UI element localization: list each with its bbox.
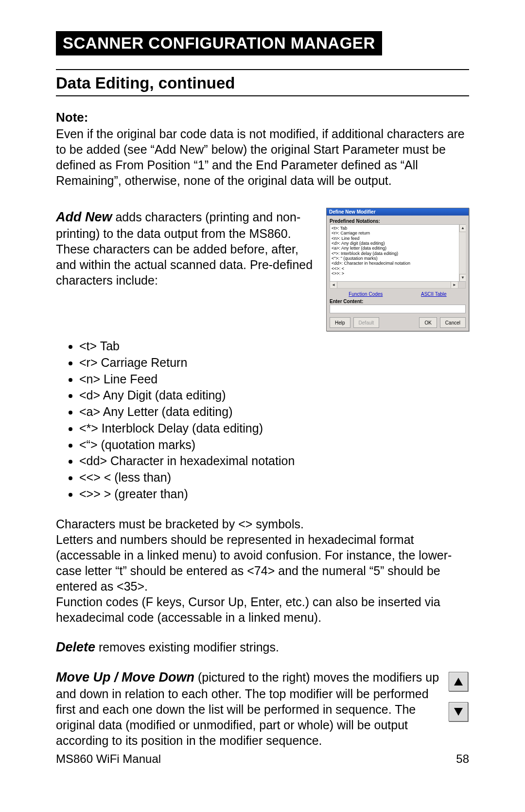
note-label: Note:: [56, 110, 469, 125]
list-item: <t> Tab: [79, 338, 469, 355]
chars-para3: Function codes (F keys, Cursor Up, Enter…: [56, 595, 440, 624]
list-item: <*> Interblock Delay (data editing): [79, 420, 469, 437]
scroll-left-icon[interactable]: ◄: [330, 282, 337, 288]
notation-line: <*>: Interblock delay (data editing): [332, 251, 464, 256]
list-item: <“> (quotation marks): [79, 437, 469, 453]
add-new-lead: Add New: [56, 210, 112, 224]
enter-content-input[interactable]: [330, 305, 466, 313]
chars-para2: Letters and numbers should be represente…: [56, 533, 452, 593]
delete-desc: removes existing modifier strings.: [95, 640, 279, 654]
notation-line: <t>: Tab: [332, 226, 464, 231]
notation-line: <">: " (quotation marks): [332, 256, 464, 261]
scrollbar-corner: [458, 282, 466, 289]
section-heading: Data Editing, continued: [56, 69, 469, 96]
move-para: Move Up / Move Down (pictured to the rig…: [56, 669, 440, 748]
notation-line: <d>: Any digit (data editing): [332, 241, 464, 246]
move-down-button[interactable]: [449, 702, 468, 722]
delete-para: Delete removes existing modifier strings…: [56, 639, 469, 656]
footer-page-number: 58: [456, 752, 469, 766]
notation-line: <<>: <: [332, 266, 464, 271]
notation-line: <>>: >: [332, 271, 464, 276]
predefined-notations-list[interactable]: <t>: Tab <r>: Carriage return <n>: Line …: [330, 224, 466, 282]
move-lead: Move Up / Move Down: [56, 670, 194, 685]
notation-line: <dd>: Character in hexadecimal notation: [332, 261, 464, 266]
scroll-up-icon[interactable]: ▲: [459, 224, 466, 232]
note-text: Even if the original bar code data is no…: [56, 126, 469, 188]
help-button[interactable]: Help: [330, 317, 350, 328]
footer-manual-name: MS860 WiFi Manual: [56, 752, 161, 766]
define-new-modifier-dialog: Define New Modifier Predefined Notations…: [326, 208, 469, 331]
dialog-titlebar: Define New Modifier: [327, 208, 469, 216]
predefined-chars-bullets: <t> Tab <r> Carriage Return <n> Line Fee…: [79, 338, 469, 503]
predefined-notations-label: Predefined Notations:: [330, 218, 466, 224]
enter-content-label: Enter Content:: [330, 299, 466, 304]
list-item: <>> > (greater than): [79, 486, 469, 503]
ascii-table-link[interactable]: ASCII Table: [421, 291, 447, 297]
notation-line: <n>: Line feed: [332, 236, 464, 241]
page-title-bar: SCANNER CONFIGURATION MANAGER: [56, 31, 382, 55]
add-new-para: Add New adds characters (printing and no…: [56, 209, 317, 288]
scroll-right-icon[interactable]: ►: [451, 282, 458, 288]
ok-button[interactable]: OK: [419, 317, 437, 328]
notation-line: <a>: Any letter (data editing): [332, 246, 464, 251]
chars-para1: Characters must be bracketed by <> symbo…: [56, 517, 304, 531]
list-item: <d> Any Digit (data editing): [79, 387, 469, 404]
delete-lead: Delete: [56, 640, 95, 654]
function-codes-link[interactable]: Function Codes: [349, 291, 383, 297]
list-item: <<> < (less than): [79, 469, 469, 486]
horizontal-scrollbar[interactable]: ◄ ►: [330, 282, 458, 289]
notation-line: <r>: Carriage return: [332, 231, 464, 235]
move-up-button[interactable]: [449, 672, 468, 691]
cancel-button[interactable]: Cancel: [440, 317, 466, 328]
vertical-scrollbar[interactable]: ▲ ▼: [459, 224, 466, 282]
default-button[interactable]: Default: [353, 317, 380, 328]
list-item: <a> Any Letter (data editing): [79, 404, 469, 420]
chars-bracket-note: Characters must be bracketed by <> symbo…: [56, 516, 469, 625]
scroll-down-icon[interactable]: ▼: [459, 274, 466, 282]
list-item: <r> Carriage Return: [79, 355, 469, 371]
list-item: <dd> Character in hexadeximal notation: [79, 453, 469, 469]
list-item: <n> Line Feed: [79, 371, 469, 388]
